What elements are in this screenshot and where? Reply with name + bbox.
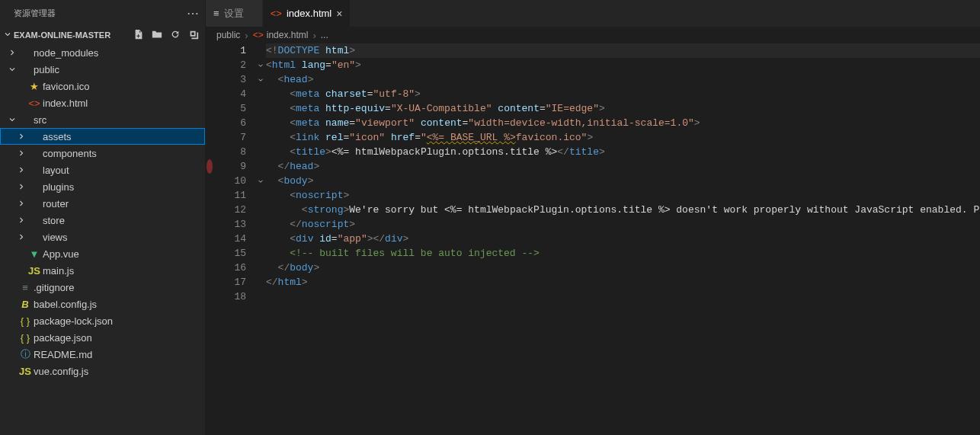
code-line[interactable]: <!DOCTYPE html> <box>266 43 980 58</box>
line-number[interactable]: 3 <box>213 72 246 87</box>
line-number[interactable]: 6 <box>213 116 246 130</box>
collapse-all-icon[interactable] <box>188 29 199 41</box>
code-line[interactable]: <link rel="icon" href="<%= BASE_URL %>fa… <box>266 130 980 145</box>
breakpoint-slot[interactable] <box>206 174 213 188</box>
close-icon[interactable]: × <box>336 8 342 20</box>
fold-marker[interactable] <box>255 203 266 217</box>
project-header[interactable]: EXAM-ONLINE-MASTER <box>0 27 205 43</box>
line-number[interactable]: 5 <box>213 101 246 116</box>
code-area[interactable]: <!DOCTYPE html><html lang="en"> <head> <… <box>266 43 980 435</box>
breakpoint-slot[interactable] <box>206 145 213 159</box>
breadcrumb-item[interactable]: public <box>216 30 240 40</box>
fold-marker[interactable] <box>255 72 266 87</box>
breakpoint-slot[interactable] <box>206 72 213 87</box>
line-number[interactable]: 4 <box>213 87 246 101</box>
tree-file[interactable]: JSvue.config.js <box>0 363 205 379</box>
tab[interactable]: <>index.html× <box>263 0 351 27</box>
code-line[interactable]: <strong>We're sorry but <%= htmlWebpackP… <box>266 203 980 217</box>
breakpoint-slot[interactable] <box>206 289 213 304</box>
fold-marker[interactable] <box>255 217 266 232</box>
line-number[interactable]: 17 <box>213 275 246 289</box>
line-number[interactable]: 7 <box>213 130 246 145</box>
tree-file[interactable]: JSmain.js <box>0 262 205 279</box>
code-line[interactable]: <meta http-equiv="X-UA-Compatible" conte… <box>266 101 980 116</box>
tree-folder[interactable]: src <box>0 111 205 128</box>
fold-marker[interactable] <box>255 174 266 188</box>
breakpoint-slot[interactable] <box>206 116 213 130</box>
code-line[interactable]: <meta charset="utf-8"> <box>266 87 980 101</box>
line-number[interactable]: 8 <box>213 145 246 159</box>
breakpoint-slot[interactable] <box>206 203 213 217</box>
code-line[interactable]: <body> <box>266 174 980 188</box>
line-number[interactable]: 2 <box>213 58 246 72</box>
tree-file[interactable]: ▼App.vue <box>0 245 205 262</box>
tree-folder[interactable]: layout <box>0 162 205 178</box>
line-number[interactable]: 16 <box>213 261 246 275</box>
fold-marker[interactable] <box>255 275 266 289</box>
breakpoint-slot[interactable] <box>206 275 213 289</box>
breakpoint-slot[interactable] <box>206 130 213 145</box>
line-number[interactable]: 18 <box>213 289 246 304</box>
chevron-down-icon[interactable] <box>6 115 18 124</box>
line-number[interactable]: 13 <box>213 217 246 232</box>
chevron-right-icon[interactable] <box>6 48 18 57</box>
tree-folder[interactable]: node_modules <box>0 44 205 61</box>
breakpoint-gutter[interactable] <box>206 43 213 435</box>
line-number[interactable]: 12 <box>213 203 246 217</box>
code-line[interactable] <box>266 289 980 304</box>
editor[interactable]: 123456789101112131415161718 <!DOCTYPE ht… <box>206 43 980 435</box>
code-line[interactable]: <head> <box>266 72 980 87</box>
sidebar-more-icon[interactable]: ⋯ <box>187 6 199 21</box>
tree-file[interactable]: ⓘREADME.md <box>0 346 205 363</box>
line-number[interactable]: 10 <box>213 174 246 188</box>
breakpoint-slot[interactable] <box>206 101 213 116</box>
tree-folder[interactable]: views <box>0 229 205 245</box>
line-number[interactable]: 15 <box>213 246 246 261</box>
breakpoint-slot[interactable] <box>206 261 213 275</box>
new-folder-icon[interactable] <box>152 29 162 41</box>
code-line[interactable]: <noscript> <box>266 188 980 203</box>
code-line[interactable]: </html> <box>266 275 980 289</box>
breadcrumb-item[interactable]: ... <box>321 30 328 40</box>
tree-file[interactable]: { }package-lock.json <box>0 312 205 329</box>
breadcrumb-item[interactable]: <>index.html <box>253 30 309 40</box>
code-line[interactable]: <meta name="viewport" content="width=dev… <box>266 116 980 130</box>
chevron-right-icon[interactable] <box>15 232 27 241</box>
fold-marker[interactable] <box>255 43 266 58</box>
chevron-right-icon[interactable] <box>15 132 27 141</box>
fold-marker[interactable] <box>255 261 266 275</box>
breakpoint-slot[interactable] <box>206 87 213 101</box>
code-line[interactable]: <!-- built files will be auto injected -… <box>266 246 980 261</box>
breakpoint-slot[interactable] <box>206 43 213 58</box>
breakpoint-slot[interactable] <box>206 217 213 232</box>
tree-folder[interactable]: components <box>0 145 205 162</box>
breakpoint-slot[interactable] <box>206 188 213 203</box>
fold-marker[interactable] <box>255 232 266 246</box>
chevron-right-icon[interactable] <box>15 149 27 158</box>
chevron-down-icon[interactable] <box>6 65 18 74</box>
fold-marker[interactable] <box>255 116 266 130</box>
line-gutter[interactable]: 123456789101112131415161718 <box>213 43 255 435</box>
code-line[interactable]: </noscript> <box>266 217 980 232</box>
fold-marker[interactable] <box>255 101 266 116</box>
code-line[interactable]: <title><%= htmlWebpackPlugin.options.tit… <box>266 145 980 159</box>
breakpoint-slot[interactable] <box>206 246 213 261</box>
fold-marker[interactable] <box>255 188 266 203</box>
fold-marker[interactable] <box>255 145 266 159</box>
fold-marker[interactable] <box>255 58 266 72</box>
code-line[interactable]: <div id="app"></div> <box>266 232 980 246</box>
code-line[interactable]: </body> <box>266 261 980 275</box>
new-file-icon[interactable] <box>133 29 144 41</box>
line-number[interactable]: 14 <box>213 232 246 246</box>
line-number[interactable]: 11 <box>213 188 246 203</box>
fold-marker[interactable] <box>255 246 266 261</box>
chevron-right-icon[interactable] <box>15 199 27 208</box>
fold-marker[interactable] <box>255 289 266 304</box>
chevron-right-icon[interactable] <box>15 182 27 191</box>
fold-marker[interactable] <box>255 87 266 101</box>
tree-file[interactable]: <>index.html <box>0 94 205 111</box>
line-number[interactable]: 1 <box>213 43 246 58</box>
fold-gutter[interactable] <box>255 43 266 435</box>
chevron-right-icon[interactable] <box>15 165 27 174</box>
tree-folder[interactable]: plugins <box>0 178 205 195</box>
